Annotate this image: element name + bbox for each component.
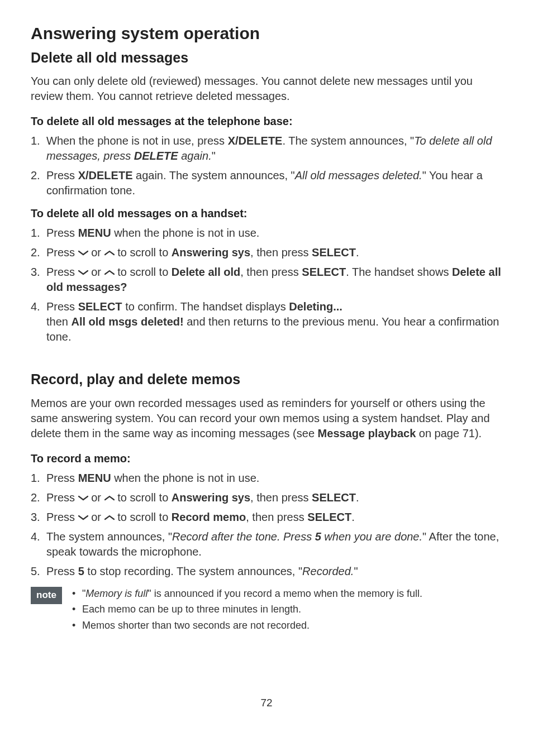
chevron-down-icon [78, 514, 88, 521]
page-number: 72 [31, 696, 502, 710]
subheading-record: To record a memo: [31, 451, 502, 466]
chevron-up-icon [104, 250, 115, 256]
note-block: note "Memory is full" is announced if yo… [31, 587, 502, 634]
chevron-down-icon [78, 250, 88, 256]
list-item: 2.Press X/DELETE again. The system annou… [31, 168, 502, 198]
list-item: 4.Press SELECT to confirm. The handset d… [31, 299, 502, 344]
list-item: Each memo can be up to three minutes in … [70, 602, 422, 616]
chevron-up-icon [104, 269, 115, 276]
note-list: "Memory is full" is announced if you rec… [70, 587, 422, 634]
list-item: 5.Press 5 to stop recording. The system … [31, 564, 502, 579]
note-label: note [31, 587, 62, 604]
subheading-handset: To delete all old messages on a handset: [31, 206, 502, 221]
page-title: Answering system operation [31, 22, 502, 45]
list-item: 3.Press or to scroll to Record memo, the… [31, 510, 502, 525]
list-item: 1.Press MENU when the phone is not in us… [31, 471, 502, 486]
subheading-base: To delete all old messages at the teleph… [31, 114, 502, 129]
list-item: 1.Press MENU when the phone is not in us… [31, 226, 502, 241]
steps-base: 1.When the phone is not in use, press X/… [31, 133, 502, 198]
list-item: 2.Press or to scroll to Answering sys, t… [31, 490, 502, 505]
steps-handset: 1.Press MENU when the phone is not in us… [31, 226, 502, 344]
chevron-up-icon [104, 495, 115, 501]
list-item: "Memory is full" is announced if you rec… [70, 587, 422, 600]
intro-paragraph: Memos are your own recorded messages use… [31, 396, 502, 441]
steps-record: 1.Press MENU when the phone is not in us… [31, 471, 502, 579]
intro-paragraph: You can only delete old (reviewed) messa… [31, 74, 502, 104]
chevron-down-icon [78, 495, 88, 501]
chevron-up-icon [104, 514, 115, 521]
section-heading-memos: Record, play and delete memos [31, 370, 502, 389]
section-heading-delete: Delete all old messages [31, 49, 502, 68]
chevron-down-icon [78, 269, 88, 276]
list-item: 4.The system announces, "Record after th… [31, 529, 502, 559]
list-item: 1.When the phone is not in use, press X/… [31, 133, 502, 164]
list-item: 3.Press or to scroll to Delete all old, … [31, 265, 502, 295]
list-item: Memos shorter than two seconds are not r… [70, 619, 422, 632]
list-item: 2.Press or to scroll to Answering sys, t… [31, 245, 502, 260]
